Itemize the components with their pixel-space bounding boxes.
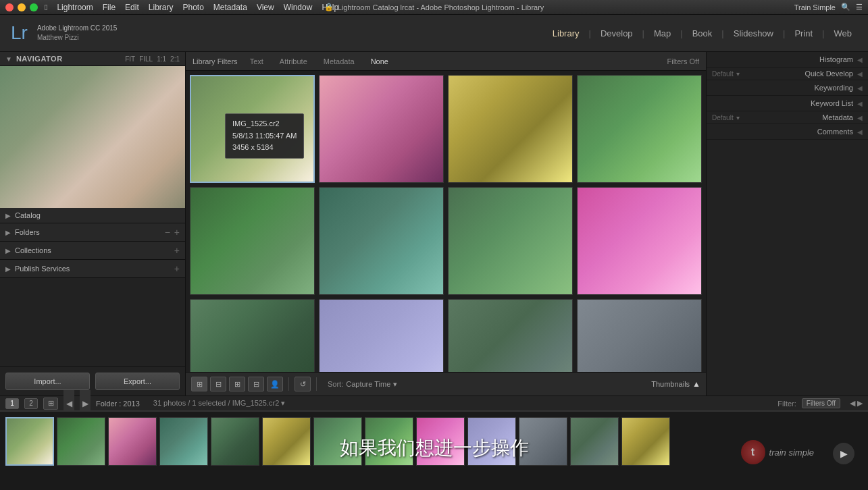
1-1-btn[interactable]: 1:1 [157,55,166,63]
quick-develop-label[interactable]: Quick Develop [805,70,853,78]
survey-view-button[interactable]: ⊟ [248,377,264,391]
photo-cell-9[interactable] [190,299,315,372]
metadata-collapse-icon: ◀ [857,114,863,121]
maximize-button[interactable] [30,3,38,11]
film-thumb-9[interactable] [416,417,465,466]
lr-logo: Lr [11,22,28,44]
catalog-header[interactable]: ▶ Catalog [0,208,185,223]
film-thumb-10[interactable] [467,417,516,466]
navigator-preview [0,66,185,208]
nav-book[interactable]: Book [687,26,718,41]
train-simple-label: Train Simple [794,3,836,11]
film-thumb-6[interactable] [262,417,311,466]
photo-cell-7[interactable] [448,187,573,295]
fill-btn[interactable]: FILL [139,55,153,63]
filter-text[interactable]: Text [246,56,267,67]
publish-services-actions[interactable]: + [174,263,180,274]
filter-off-label[interactable]: Filters Off [667,57,699,65]
film-thumb-13[interactable] [621,417,670,466]
traffic-lights[interactable] [5,3,38,11]
collections-toggle-icon: ▶ [5,247,11,254]
histogram-panel[interactable]: Histogram ◀ [707,52,868,67]
film-thumb-4[interactable] [159,417,208,466]
navigator-header[interactable]: ▼ Navigator FIT FILL 1:1 2:1 [0,52,185,66]
window-menu[interactable]: Window [284,3,313,12]
keyword-list-panel[interactable]: Keyword List ◀ [707,96,868,111]
filter-attribute[interactable]: Attribute [276,56,311,67]
photo-cell-10[interactable] [319,299,444,372]
nav-library[interactable]: Library [547,26,585,41]
film-thumb-8[interactable] [365,417,413,466]
sort-value[interactable]: Capture Time [346,380,390,388]
film-thumb-3[interactable] [108,417,157,466]
folders-minus-icon[interactable]: − [165,227,170,238]
film-thumb-7[interactable] [313,417,362,466]
histogram-label: Histogram [819,55,853,63]
compare-view-button[interactable]: ⊞ [229,377,245,391]
collections-plus-icon[interactable]: + [174,245,180,256]
nav-print[interactable]: Print [789,26,818,41]
lightroom-menu[interactable]: Lightroom [57,3,93,12]
nav-develop[interactable]: Develop [595,26,638,41]
filter-none[interactable]: None [367,56,392,67]
collections-header[interactable]: ▶ Collections + [0,242,185,259]
photo-cell-5[interactable] [190,187,315,295]
page-2-button[interactable]: 2 [24,398,38,409]
metadata-label[interactable]: Metadata [822,113,853,121]
rotate-ccw-button[interactable]: ↺ [295,377,311,391]
photo-cell-2[interactable] [319,75,444,183]
photo-cell-6[interactable] [319,187,444,295]
close-button[interactable] [5,3,14,11]
photo-cell-3[interactable] [448,75,573,183]
nav-slideshow[interactable]: Slideshow [728,26,779,41]
nav-web[interactable]: Web [829,26,858,41]
photo-cell-1[interactable]: IMG_1525.cr2 5/8/13 11:05:47 AM 3456 x 5… [190,75,315,183]
fit-btn[interactable]: FIT [125,55,135,63]
film-thumb-1[interactable] [5,417,54,466]
window-title: 🔒 Lightroom Catalog lrcat - Adobe Photos… [324,3,544,11]
folders-header[interactable]: ▶ Folders − + [0,223,185,241]
grid-view-button[interactable]: ⊞ [191,377,207,391]
keywording-panel[interactable]: Keywording ◀ [707,80,868,96]
sort-chevron-icon[interactable]: ▾ [393,380,397,389]
export-button[interactable]: Export... [95,373,180,390]
minimize-button[interactable] [18,3,26,11]
photo-cell-11[interactable] [448,299,573,372]
filter-right-label: Filter: [777,400,796,408]
photo-cell-8[interactable] [577,187,702,295]
collections-section: ▶ Collections + [0,242,185,260]
film-thumb-11[interactable] [519,417,567,466]
folders-actions[interactable]: − + [165,227,180,238]
library-menu[interactable]: Library [149,3,174,12]
collections-actions[interactable]: + [174,245,180,256]
filmstrip-play-button[interactable]: ▶ [833,443,854,464]
film-thumb-5[interactable] [211,417,259,466]
nav-map[interactable]: Map [648,26,676,41]
view-menu[interactable]: View [257,3,274,12]
bottom-toolbar: ⊞ ⊟ ⊞ ⊟ 👤 ↺ Sort: Capture Time ▾ Thumbna… [186,372,706,396]
filter-right-arrows: ◀ ▶ [850,399,863,408]
edit-menu[interactable]: Edit [125,3,139,12]
loupe-view-button[interactable]: ⊟ [210,377,226,391]
metadata-menu[interactable]: Metadata [213,3,247,12]
page-1-button[interactable]: 1 [5,398,19,409]
grid-status-icon[interactable]: ⊞ [43,398,58,410]
photo-thumb-8 [578,188,701,294]
film-thumb-2[interactable] [57,417,105,466]
filter-metadata[interactable]: Metadata [320,56,359,67]
2-1-btn[interactable]: 2:1 [170,55,180,63]
main-layout: ▼ Navigator FIT FILL 1:1 2:1 ▶ Catalog ▶… [0,52,868,396]
photo-menu[interactable]: Photo [182,3,203,12]
film-thumb-12[interactable] [570,417,619,466]
publish-services-plus-icon[interactable]: + [174,263,180,274]
photo-cell-12[interactable] [577,299,702,372]
filter-off-right[interactable]: Filters Off [802,398,840,408]
photo-cell-4[interactable] [577,75,702,183]
import-button[interactable]: Import... [5,373,90,390]
folders-plus-icon[interactable]: + [174,227,180,238]
publish-services-header[interactable]: ▶ Publish Services + [0,260,185,277]
people-view-button[interactable]: 👤 [267,377,283,391]
apple-menu[interactable]:  [45,3,47,12]
comments-panel[interactable]: Comments ◀ [707,124,868,140]
file-menu[interactable]: File [103,3,116,12]
